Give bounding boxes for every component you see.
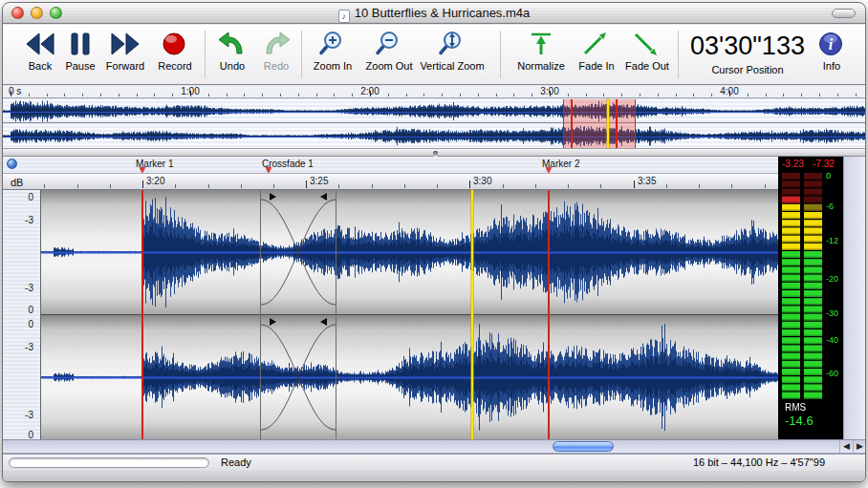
ruler-tick — [406, 94, 407, 96]
fade-out-button[interactable]: Fade Out — [619, 29, 675, 72]
db-scale-label: -3 — [25, 283, 33, 293]
zoom-out-button[interactable]: Zoom Out — [360, 29, 418, 72]
ruler-tick — [370, 91, 371, 96]
pane-splitter[interactable] — [3, 148, 866, 157]
zoom-window-button[interactable] — [50, 7, 62, 19]
redo-button[interactable]: Redo — [253, 29, 299, 72]
overview-selection-region[interactable] — [563, 99, 636, 148]
ruler-tick — [766, 94, 767, 96]
app-window: ♪10 Butterflies & Hurricanes.m4a Back Pa… — [2, 2, 866, 482]
marker-triangle-icon[interactable]: ▼ — [138, 164, 147, 175]
ruler-tick — [765, 184, 766, 188]
marker-2-line[interactable] — [548, 190, 550, 439]
toolbar-toggle-button[interactable] — [832, 9, 856, 18]
ruler-tick — [568, 184, 569, 188]
splitter-grip-icon — [433, 151, 438, 156]
ruler-tick — [586, 94, 587, 96]
ruler-tick — [100, 94, 101, 96]
waveform-channel-left[interactable] — [41, 190, 778, 314]
ruler-tick — [496, 94, 497, 96]
waveform-channel-right[interactable] — [41, 315, 778, 439]
ruler-tick — [298, 94, 299, 96]
db-scale-label: -3 — [25, 342, 33, 352]
overview-waveform-right[interactable] — [3, 124, 866, 148]
zoom-in-button[interactable]: Zoom In — [305, 29, 360, 72]
ruler-tick — [568, 94, 569, 96]
scroll-left-icon: ◀ — [843, 441, 850, 451]
undo-button[interactable]: Undo — [208, 29, 256, 72]
title-bar[interactable]: ♪10 Butterflies & Hurricanes.m4a — [3, 3, 865, 24]
normalize-icon — [525, 29, 557, 59]
ruler-tick — [372, 184, 373, 188]
overview-marker-line — [571, 99, 573, 148]
music-note-icon: ♪ — [338, 10, 350, 23]
crossfade-region[interactable] — [260, 190, 336, 439]
ruler-tick — [142, 180, 143, 188]
ruler-tick — [603, 94, 604, 96]
ruler-tick — [711, 94, 712, 96]
db-scale-label: 0 — [28, 319, 33, 329]
overview-waveform-canvas — [3, 99, 866, 123]
vertical-zoom-button[interactable]: Vertical Zoom — [412, 29, 492, 72]
ruler-tick — [119, 94, 119, 96]
main-time-ruler[interactable]: dB 3:20 3:25 3:30 3:35 — [3, 173, 778, 190]
scroll-left-button[interactable]: ◀ — [839, 440, 853, 453]
info-button[interactable]: i Info — [808, 29, 856, 72]
scroll-right-button[interactable]: ▶ — [853, 440, 866, 453]
overview-timeline-ruler[interactable]: 0 s 1:00 2:00 3:00 4:00 — [3, 86, 866, 98]
ruler-tick — [600, 184, 601, 188]
overview-waveform-left[interactable] — [3, 99, 866, 123]
marker-strip[interactable] — [3, 157, 778, 173]
status-text: Ready — [221, 456, 251, 468]
normalize-button[interactable]: Normalize — [507, 29, 575, 72]
ruler-tick — [819, 94, 820, 96]
ruler-tick — [693, 94, 694, 96]
db-scale-label: 0 — [28, 305, 33, 315]
ruler-tick — [640, 94, 640, 96]
record-button[interactable]: Record — [148, 29, 202, 72]
vertical-scrollbar-track[interactable] — [843, 157, 866, 439]
close-button[interactable] — [11, 7, 24, 19]
pause-button[interactable]: Pause — [57, 29, 103, 72]
marker-1-line[interactable] — [141, 190, 143, 439]
fade-in-button[interactable]: Fade In — [571, 29, 622, 72]
pause-icon — [64, 29, 97, 59]
marker-triangle-icon[interactable]: ▼ — [264, 164, 273, 175]
ruler-tick — [172, 94, 173, 96]
ruler-tick — [306, 180, 307, 188]
minimize-button[interactable] — [31, 7, 43, 19]
scrollbar-thumb[interactable] — [553, 441, 614, 452]
ruler-tick — [731, 184, 732, 188]
ruler-tick — [244, 94, 245, 96]
fade-out-icon — [631, 29, 663, 59]
ruler-time-label: 3:35 — [638, 176, 656, 186]
ruler-tick — [437, 184, 438, 188]
forward-button[interactable]: Forward — [98, 29, 152, 72]
undo-icon — [216, 29, 249, 59]
toolbar-separator — [205, 31, 206, 78]
ruler-badge-icon[interactable] — [7, 159, 17, 169]
toolbar-separator — [301, 31, 302, 78]
ruler-tick — [262, 94, 263, 96]
horizontal-scrollbar[interactable]: ◀ ▶ — [3, 439, 866, 454]
ruler-tick — [208, 94, 209, 96]
ruler-time-label: 3:25 — [310, 176, 328, 186]
playback-cursor-line[interactable] — [471, 190, 473, 439]
meter-scale-label: -60 — [826, 369, 838, 378]
zoom-out-icon — [373, 29, 405, 59]
db-scale-label: 0 — [28, 192, 33, 202]
ruler-tick — [352, 94, 353, 96]
marker-triangle-icon[interactable]: ▼ — [544, 164, 553, 175]
meter-scale-label: -30 — [826, 308, 838, 318]
meter-scale-label: -12 — [826, 236, 838, 245]
cursor-position-label: Cursor Position — [680, 64, 815, 75]
redo-icon — [260, 29, 293, 59]
progress-area — [9, 457, 209, 468]
ruler-tick — [801, 94, 802, 96]
vertical-zoom-label: Vertical Zoom — [412, 60, 492, 72]
cursor-position-display: 03'30"133 Cursor Position — [680, 29, 815, 75]
ruler-tick — [856, 94, 857, 96]
waveform-canvas-right — [41, 315, 778, 439]
meter-scale-label: -20 — [826, 274, 838, 284]
ruler-tick — [729, 91, 730, 96]
